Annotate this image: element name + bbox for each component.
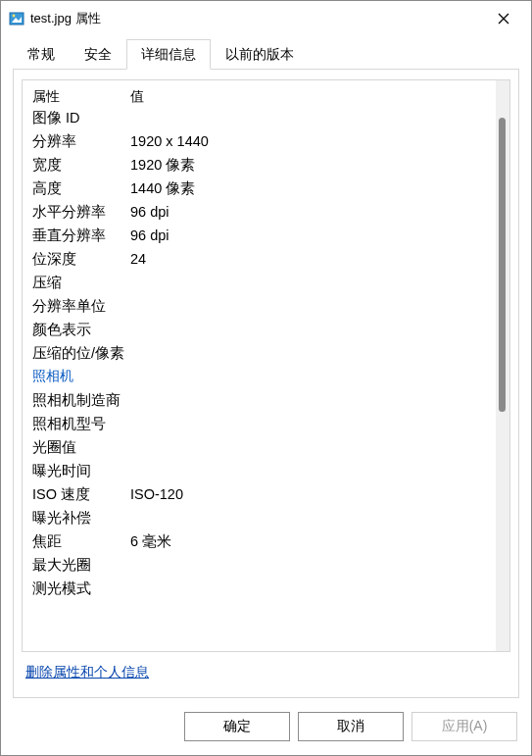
property-row[interactable]: 垂直分辨率96 dpi: [23, 224, 496, 247]
property-value: 1440 像素: [130, 179, 496, 197]
property-row[interactable]: 压缩的位/像素: [23, 341, 496, 365]
remove-properties-link[interactable]: 删除属性和个人信息: [25, 664, 149, 680]
tab-security[interactable]: 安全: [70, 39, 126, 70]
tab-strip: 常规 安全 详细信息 以前的版本: [1, 36, 531, 69]
property-value: [130, 321, 496, 338]
property-row[interactable]: 宽度1920 像素: [23, 153, 496, 176]
property-label: 图像 ID: [32, 109, 130, 126]
property-value: [130, 344, 496, 362]
image-file-icon: [9, 11, 24, 26]
property-row[interactable]: 压缩: [23, 271, 496, 294]
tab-details[interactable]: 详细信息: [126, 39, 211, 70]
property-row[interactable]: ISO 速度ISO-120: [23, 482, 496, 506]
tab-general[interactable]: 常规: [13, 39, 70, 70]
property-label: 垂直分辨率: [32, 227, 130, 244]
property-row[interactable]: 颜色表示: [23, 318, 496, 341]
scrollbar-thumb[interactable]: [499, 118, 506, 412]
close-button[interactable]: [482, 5, 525, 32]
ok-button[interactable]: 确定: [184, 712, 290, 741]
property-label: 焦距: [32, 532, 130, 550]
property-label: 照相机制造商: [32, 391, 130, 409]
close-icon: [498, 13, 509, 25]
property-row[interactable]: 位深度24: [23, 247, 496, 271]
property-row[interactable]: 曝光时间: [23, 459, 496, 482]
section-image-id: 图像 ID: [23, 106, 496, 129]
property-row[interactable]: 测光模式: [23, 577, 496, 600]
property-value: [130, 391, 496, 409]
scrollbar[interactable]: [496, 80, 509, 651]
section-label: 照相机: [32, 368, 130, 385]
property-value: [130, 109, 496, 126]
property-label: 位深度: [32, 250, 130, 268]
properties-grid: 属性 值 图像 ID 分辨率1920 x 1440 宽度1920 像素 高度14…: [22, 79, 510, 652]
property-label: 曝光时间: [32, 462, 130, 479]
property-label: 宽度: [32, 156, 130, 174]
button-bar: 确定 取消 应用(A): [1, 698, 531, 755]
property-row[interactable]: 曝光补偿: [23, 506, 496, 529]
property-value: [130, 509, 496, 527]
property-label: 测光模式: [32, 580, 130, 597]
property-row[interactable]: 水平分辨率96 dpi: [23, 200, 496, 224]
property-value: [130, 580, 496, 597]
details-panel: 属性 值 图像 ID 分辨率1920 x 1440 宽度1920 像素 高度14…: [13, 69, 519, 698]
property-row[interactable]: 高度1440 像素: [23, 176, 496, 200]
property-label: 分辨率: [32, 132, 130, 150]
property-label: 压缩的位/像素: [32, 344, 130, 362]
property-label: 分辨率单位: [32, 297, 130, 315]
property-value: [130, 438, 496, 456]
property-value: ISO-120: [130, 485, 496, 503]
property-label: 曝光补偿: [32, 509, 130, 527]
property-row[interactable]: 焦距6 毫米: [23, 529, 496, 553]
property-value: [130, 297, 496, 315]
property-value: [130, 274, 496, 291]
property-label: 压缩: [32, 274, 130, 291]
property-label: 最大光圈: [32, 556, 130, 574]
property-row[interactable]: 照相机制造商: [23, 388, 496, 412]
property-label: 高度: [32, 179, 130, 197]
apply-button[interactable]: 应用(A): [411, 712, 517, 741]
header-value: 值: [130, 88, 496, 106]
property-label: 照相机型号: [32, 415, 130, 432]
property-row[interactable]: 分辨率1920 x 1440: [23, 129, 496, 153]
cancel-button[interactable]: 取消: [298, 712, 404, 741]
tab-previous-versions[interactable]: 以前的版本: [211, 39, 309, 70]
header-property: 属性: [32, 88, 130, 106]
remove-properties-row: 删除属性和个人信息: [22, 652, 510, 689]
property-row[interactable]: 分辨率单位: [23, 294, 496, 318]
property-label: ISO 速度: [32, 485, 130, 503]
property-value: 1920 像素: [130, 156, 496, 174]
property-row[interactable]: 最大光圈: [23, 553, 496, 577]
property-label: 水平分辨率: [32, 203, 130, 221]
svg-point-2: [13, 15, 16, 18]
property-value: [130, 462, 496, 479]
property-value: 1920 x 1440: [130, 132, 496, 150]
property-value: [130, 556, 496, 574]
window-title: test.jpg 属性: [30, 10, 482, 27]
property-row[interactable]: 光圈值: [23, 435, 496, 459]
section-camera: 照相机: [23, 365, 496, 388]
property-value: 96 dpi: [130, 203, 496, 221]
property-label: 颜色表示: [32, 321, 130, 338]
property-value: 24: [130, 250, 496, 268]
properties-list[interactable]: 属性 值 图像 ID 分辨率1920 x 1440 宽度1920 像素 高度14…: [23, 80, 496, 651]
property-value: 96 dpi: [130, 227, 496, 244]
title-bar: test.jpg 属性: [1, 1, 531, 36]
property-label: 光圈值: [32, 438, 130, 456]
column-headers: 属性 值: [23, 84, 496, 106]
property-value: [130, 415, 496, 432]
property-value: 6 毫米: [130, 532, 496, 550]
property-row[interactable]: 照相机型号: [23, 412, 496, 435]
